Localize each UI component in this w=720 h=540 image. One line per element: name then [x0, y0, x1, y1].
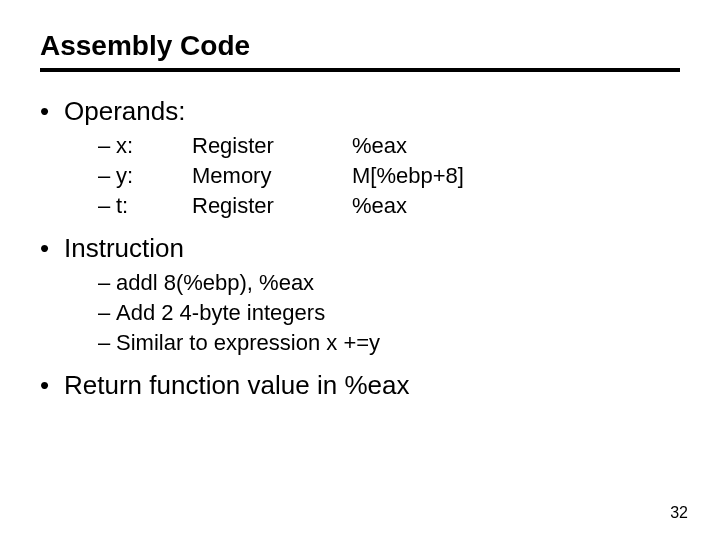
operand-type: Register — [192, 193, 352, 219]
bullet-return-label: Return function value in %eax — [64, 370, 409, 400]
operand-row: y: Memory M[%ebp+8] — [98, 163, 680, 189]
instruction-item: addl 8(%ebp), %eax — [98, 270, 680, 296]
bullet-return: Return function value in %eax — [40, 370, 680, 401]
bullet-list: Operands: x: Register %eax y: Memory M[%… — [40, 96, 680, 401]
instruction-item: Add 2 4-byte integers — [98, 300, 680, 326]
operands-list: x: Register %eax y: Memory M[%ebp+8] t: — [64, 133, 680, 219]
operand-var: y: — [116, 163, 192, 189]
operand-row: t: Register %eax — [98, 193, 680, 219]
operand-var: x: — [116, 133, 192, 159]
bullet-operands: Operands: x: Register %eax y: Memory M[%… — [40, 96, 680, 219]
operand-type: Register — [192, 133, 352, 159]
bullet-instruction-label: Instruction — [64, 233, 184, 263]
bullet-operands-label: Operands: — [64, 96, 185, 126]
slide-title: Assembly Code — [40, 30, 680, 62]
operand-type: Memory — [192, 163, 352, 189]
page-number: 32 — [670, 504, 688, 522]
operand-row: x: Register %eax — [98, 133, 680, 159]
operand-val: M[%ebp+8] — [352, 163, 464, 189]
operand-val: %eax — [352, 133, 407, 159]
operand-var: t: — [116, 193, 192, 219]
instruction-list: addl 8(%ebp), %eax Add 2 4-byte integers… — [64, 270, 680, 356]
instruction-item: Similar to expression x +=y — [98, 330, 680, 356]
title-rule — [40, 68, 680, 72]
bullet-instruction: Instruction addl 8(%ebp), %eax Add 2 4-b… — [40, 233, 680, 356]
slide: Assembly Code Operands: x: Register %eax… — [0, 0, 720, 540]
operand-val: %eax — [352, 193, 407, 219]
